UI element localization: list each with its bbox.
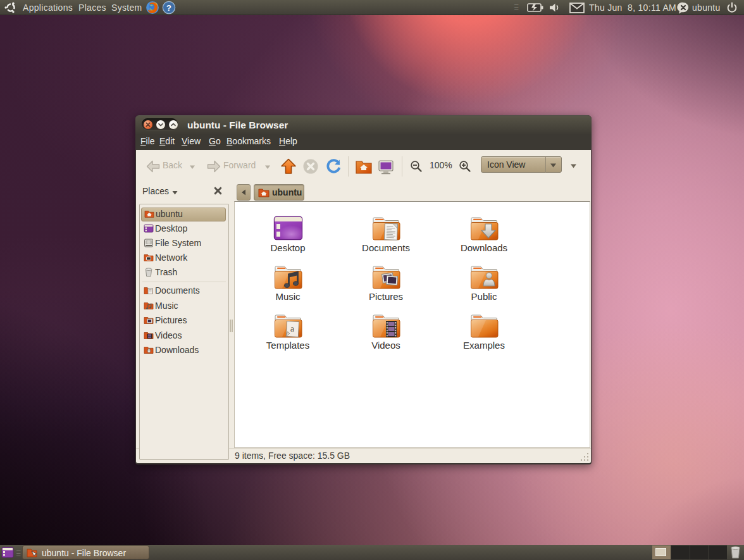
svg-text:?: ? — [166, 3, 171, 13]
